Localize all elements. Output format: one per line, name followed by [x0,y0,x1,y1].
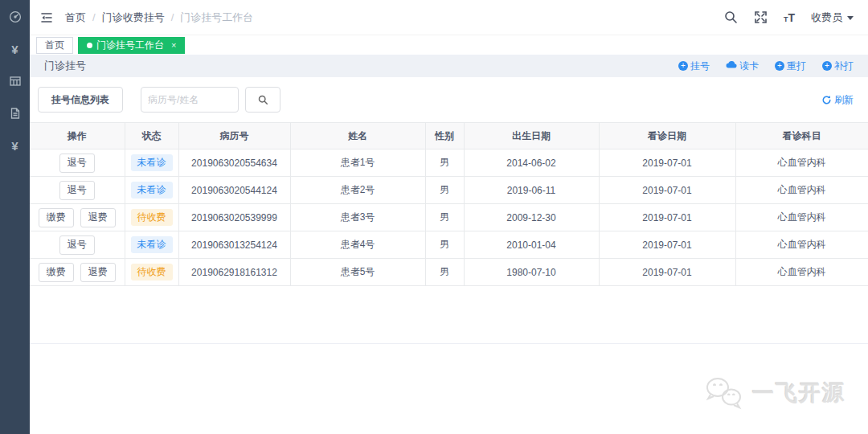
table-row: 退号未看诊2019063020544124患者2号男2019-06-112019… [30,177,868,204]
tab-outpatient-workbench[interactable]: 门诊挂号工作台 × [78,37,185,54]
watermark: 一飞开源 [704,376,845,410]
status-badge: 待收费 [131,264,173,280]
department-cell: 心血管内科 [735,259,868,286]
column-header-2: 病历号 [178,123,290,149]
plus-circle-icon: + [678,61,688,71]
visit-date-cell: 2019-07-01 [599,177,735,204]
yuan-icon[interactable]: ¥ [8,138,23,153]
page-header-band: 门诊挂号 + 挂号 读卡 + 重打 + 补打 [30,55,868,77]
menu-fold-icon[interactable] [38,9,55,27]
table-row: 退号未看诊2019063020554634患者1号男2014-06-022019… [30,149,868,177]
actions-cell: 退号 [30,231,125,259]
registration-table: 操作状态病历号姓名性别出生日期看诊日期看诊科目 退号未看诊20190630205… [30,122,868,286]
birth-date-cell: 2014-06-02 [464,149,599,177]
row-action-button[interactable]: 缴费 [39,208,74,227]
search-icon[interactable] [724,10,738,24]
table-row: 缴费退费待收费2019063020539999患者3号男2009-12-3020… [30,204,868,231]
record-no-cell: 2019063020539999 [178,204,290,231]
reprint-button[interactable]: + 重打 [775,59,806,73]
user-label: 收费员 [811,10,842,25]
breadcrumb-module[interactable]: 门诊收费挂号 [102,10,165,25]
close-icon[interactable]: × [171,40,176,50]
table-icon[interactable] [8,74,23,88]
plus-circle-icon: + [822,61,832,71]
read-card-button[interactable]: 读卡 [726,59,759,73]
department-cell: 心血管内科 [735,231,868,259]
row-action-button[interactable]: 退号 [59,181,95,200]
topbar-right: TT 收费员 [724,10,854,25]
search-input[interactable] [141,87,239,113]
wechat-logo-icon [704,376,746,410]
table-body: 退号未看诊2019063020554634患者1号男2014-06-022019… [30,149,868,286]
name-cell: 患者1号 [290,149,425,177]
gender-cell: 男 [425,259,464,286]
visit-date-cell: 2019-07-01 [599,149,735,177]
yuan-icon[interactable]: ¥ [8,42,23,56]
breadcrumb-current: 门诊挂号工作台 [180,10,253,25]
table-row: 退号未看诊2019063013254124患者4号男2010-01-042019… [30,231,868,259]
dashboard-icon[interactable] [8,10,23,24]
page-title: 门诊挂号 [44,59,86,73]
row-action-button[interactable]: 缴费 [39,263,74,282]
user-dropdown[interactable]: 收费员 [811,10,854,25]
actions-cell: 缴费退费 [30,204,125,231]
row-action-button[interactable]: 退费 [80,263,116,282]
name-cell: 患者4号 [290,231,425,259]
record-no-cell: 2019063020544124 [178,177,290,204]
row-action-button[interactable]: 退号 [59,235,95,255]
cloud-icon [726,60,737,72]
tab-bar: 首页 门诊挂号工作台 × [30,35,868,55]
gender-cell: 男 [425,231,464,259]
name-cell: 患者2号 [290,177,425,204]
fullscreen-icon[interactable] [754,10,768,24]
watermark-text: 一飞开源 [752,379,845,407]
main-area: 首页 / 门诊收费挂号 / 门诊挂号工作台 TT 收费员 首页 门诊 [30,0,868,434]
tab-home[interactable]: 首页 [36,37,73,54]
department-cell: 心血管内科 [735,204,868,231]
table-row: 缴费退费待收费2019062918161312患者5号男1980-07-1020… [30,259,868,286]
row-action-button[interactable]: 退费 [80,208,116,227]
status-cell: 未看诊 [125,231,178,259]
status-badge: 未看诊 [131,154,173,171]
supplementary-print-button[interactable]: + 补打 [822,59,854,73]
gender-cell: 男 [425,177,464,204]
sidebar: ¥ ¥ [0,0,30,434]
status-badge: 未看诊 [131,236,173,253]
visit-date-cell: 2019-07-01 [599,231,735,259]
register-button[interactable]: + 挂号 [678,59,710,73]
status-cell: 未看诊 [125,149,178,177]
visit-date-cell: 2019-07-01 [599,204,735,231]
department-cell: 心血管内科 [735,177,868,204]
active-dot-icon [87,43,92,48]
status-cell: 待收费 [125,259,178,286]
row-action-button[interactable]: 退号 [59,154,95,173]
list-toolbar: 挂号信息列表 刷新 [30,77,868,122]
gender-cell: 男 [425,204,464,231]
search-button[interactable] [245,87,280,113]
table-header-row: 操作状态病历号姓名性别出生日期看诊日期看诊科目 [30,123,868,149]
status-badge: 未看诊 [131,182,173,199]
birth-date-cell: 2010-01-04 [464,231,599,259]
birth-date-cell: 2019-06-11 [464,177,599,204]
gender-cell: 男 [425,149,464,177]
column-header-3: 姓名 [290,123,425,149]
birth-date-cell: 1980-07-10 [464,259,599,286]
document-icon[interactable] [8,106,23,121]
search-icon [258,95,268,105]
refresh-button[interactable]: 刷新 [821,93,854,107]
column-header-7: 看诊科目 [735,123,868,149]
visit-date-cell: 2019-07-01 [599,259,735,286]
column-header-4: 性别 [425,123,464,149]
plus-circle-icon: + [775,61,784,71]
chevron-down-icon [847,16,854,20]
breadcrumb-home[interactable]: 首页 [65,10,86,25]
actions-cell: 退号 [30,177,125,204]
actions-cell: 退号 [30,149,125,177]
registration-list-button[interactable]: 挂号信息列表 [38,87,123,113]
top-header-bar: 首页 / 门诊收费挂号 / 门诊挂号工作台 TT 收费员 [30,0,868,35]
birth-date-cell: 2009-12-30 [464,204,599,231]
column-header-6: 看诊日期 [599,123,735,149]
column-header-0: 操作 [30,123,125,149]
font-size-icon[interactable]: TT [784,10,795,25]
department-cell: 心血管内科 [735,149,868,177]
